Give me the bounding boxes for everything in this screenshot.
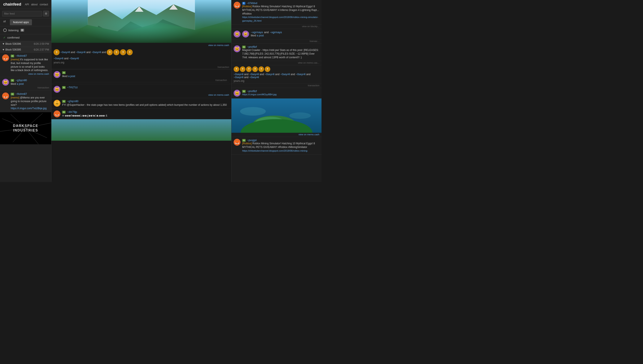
liked-a-post-center[interactable]: a post xyxy=(68,75,75,78)
search-input[interactable] xyxy=(2,11,42,16)
center-airvpn-text: m ◆◆◆9◆◆◆◆La◆◆g|◆◆'◆1◆,◆◆◆ & xyxy=(62,114,107,118)
view-memo-center-2[interactable]: view on memo.cash xyxy=(54,93,229,96)
pause-bar-2 xyxy=(23,29,23,31)
about-link[interactable]: about xyxy=(31,3,38,6)
user-0seyr4l-1[interactable]: ~0seyr4l xyxy=(60,51,70,54)
user-0seyr4l-right-3[interactable]: ~0seyr4l xyxy=(265,73,274,76)
user-link-pvujgsl[interactable]: ~pvujgsl xyxy=(247,139,256,142)
tab-featured-apps[interactable]: featured apps xyxy=(10,19,32,25)
search-settings-button[interactable]: ⚙ xyxy=(43,11,49,16)
user-link-g3qcn80-center[interactable]: ~7rh27zz xyxy=(67,86,78,89)
user-link-xgrmays-1[interactable]: ~xgrmays xyxy=(251,30,263,34)
center-garbled-text: FYI @SuperHacker - the stats page has tw… xyxy=(62,103,227,107)
avatar-q-1: ? xyxy=(54,49,60,55)
right-roblox-content: B ~07kfdvd [Roblox] Roblox Mining Simula… xyxy=(242,2,319,23)
view-memo-link-center[interactable]: view on memo.cash xyxy=(208,94,229,96)
user-0seyr4l-2[interactable]: ~0seyr4l xyxy=(76,51,86,54)
user-link-f4xhm87-center[interactable]: ~44r79jp xyxy=(67,110,77,114)
right-avatar-q-5: ? xyxy=(258,66,264,72)
roblox-link-1[interactable]: https://chloetuberchannel.blogspot.com/2… xyxy=(242,16,318,22)
user-0seyr4l-right-1[interactable]: ~0seyr4l xyxy=(234,73,243,76)
tab-all[interactable]: all xyxy=(0,18,9,26)
feed-item-2: 🐱 m ~g3qcn80 liked a post transaction xyxy=(0,77,51,91)
right-avatar-q-1: ? xyxy=(234,66,239,72)
contact-link[interactable]: contact xyxy=(40,3,48,6)
user-0seyr4l-5[interactable]: ~0seyr4l xyxy=(69,57,79,60)
right-meta-avatars: transaction xyxy=(231,84,322,88)
user-0seyr4l-4[interactable]: ~0seyr4l xyxy=(54,57,64,60)
imgur-link-1[interactable]: https://i.imgur.com/TxdJBqe.jpg xyxy=(11,107,47,110)
right-meta-ocean[interactable]: view on memo.cash xyxy=(231,133,322,137)
view-on-memocash-top[interactable]: view on memo.cash xyxy=(52,43,231,48)
block-536396-time: 6/26 2:59 PM xyxy=(34,42,49,46)
center-column: view on memo.cash ? ~0seyr4l and ~0seyr4… xyxy=(52,0,231,182)
api-link[interactable]: API xyxy=(25,3,29,6)
triangle-icon-2: ▼ xyxy=(2,48,5,51)
badge-m-right-2: m xyxy=(242,90,246,93)
avatar-f4xhm87-2: 🦊 xyxy=(2,92,9,99)
triangle-icon: ▼ xyxy=(2,42,5,46)
center-avatars-row: ? ~0seyr4l and ~0seyr4l and ~0seyr4l and… xyxy=(52,48,231,57)
badge-b-1: B xyxy=(242,2,245,5)
user-0seyr4l-3[interactable]: ~0seyr4l xyxy=(91,51,101,54)
feed-item-3: 🦊 m ~f4xhm87 [memo] @Memo are you ever g… xyxy=(0,91,51,112)
user-0seyr4l-right-4[interactable]: ~0seyr4l xyxy=(280,73,290,76)
confirmed-bar: ✓ confirmed xyxy=(0,34,51,41)
right-column: 🦊 B ~07kfdvd [Roblox] Roblox Mining Simu… xyxy=(231,0,322,182)
tag-roblox-2: [Roblox] xyxy=(242,142,252,145)
center-airvpn-body: m ◆◆◆9◆◆◆◆La◆◆g|◆◆'◆1◆,◆◆◆ & xyxy=(62,114,107,117)
center-avatars-detail: ~0seyr4l and ~0seyr4l xyxy=(52,57,231,61)
avatar-xgrmays-1: 🐱 xyxy=(234,30,240,38)
user-link-xgrmays-2[interactable]: ~xgrmays xyxy=(270,30,282,34)
view-memo-center-link[interactable]: view on memo.cash xyxy=(208,44,229,46)
view-memo-right-1[interactable]: view on memo.cash xyxy=(298,133,319,136)
right-avatars-detail: ~0seyr4l and ~0seyr4l and ~0seyr4l and ~… xyxy=(234,73,319,76)
user-link-pnxf8zf-1[interactable]: ~pnxf8zf xyxy=(247,46,257,48)
sidebar-header: chainfeed API about contact xyxy=(0,0,51,9)
view-memo-link-1[interactable]: view on memo.cash xyxy=(28,72,49,75)
liked-post-link-1[interactable]: a post xyxy=(17,82,24,86)
user-link-f4xhm87-1[interactable]: ~f4xhm87 xyxy=(16,54,27,58)
tag-memo-3: [memo] xyxy=(11,96,19,99)
username-f4xhm87-2: m ~f4xhm87 xyxy=(11,92,49,96)
feed-item-1: 🦊 m ~f4xhm87 [memo] It's supposed to loo… xyxy=(0,53,51,77)
liked-post-right[interactable]: a post xyxy=(257,34,264,37)
badge-m-center-4: m xyxy=(62,111,66,114)
avatar-g3qcn80-center: 🐱 xyxy=(54,86,61,93)
center-airvpn-top: 🦊 m ~44r79jp m ◆◆◆9◆◆◆◆La◆◆g|◆◆'◆1◆,◆◆◆ … xyxy=(54,110,229,118)
user-link-44r79jp[interactable]: ~g3qcn80 xyxy=(67,100,79,103)
right-avatars-section: ? ? ? ? ? ? ~0seyr4l and ~0seyr4l and ~0… xyxy=(231,65,322,84)
user-0seyr4l-right-2[interactable]: ~0seyr4l xyxy=(249,73,259,76)
user-0seyr4l-right-5[interactable]: ~0seyr4l xyxy=(296,73,306,76)
avatar-44r79jp: 😺 xyxy=(54,100,61,107)
user-link-f4xhm87-2[interactable]: ~f4xhm87 xyxy=(16,92,27,96)
ocean-svg xyxy=(231,98,322,133)
pause-button[interactable] xyxy=(20,29,24,32)
user-link-pnxf8zf-2[interactable]: ~pnxf8zf xyxy=(247,90,257,93)
username-44r79jp: m ~g3qcn80 xyxy=(62,100,227,103)
center-memo-content: m ~7rh27zz xyxy=(62,86,78,89)
user-0seyr4l-right-6[interactable]: ~0seyr4l xyxy=(234,76,243,79)
center-liked-item: 🐱 m liked a post transaction xyxy=(52,69,231,84)
center-avatars-section: ? ~0seyr4l and ~0seyr4l and ~0seyr4l and… xyxy=(52,48,231,69)
darkspace-preview: DARKSPACEINDUSTRIES xyxy=(0,112,51,144)
center-garbled-post: 😺 m ~g3qcn80 FYI @SuperHacker - the stat… xyxy=(52,98,231,109)
right-pvujgsl-content: m ~pvujgsl [Roblox] Roblox Mining Simula… xyxy=(242,139,319,152)
block-536396-header[interactable]: ▼ Block 536396 6/26 2:59 PM xyxy=(0,41,51,47)
user-0seyr4l-right-7[interactable]: ~0seyr4l xyxy=(249,76,259,79)
badge-m-center-1: m xyxy=(62,71,66,74)
right-liked-row: 🐱 🐱 ~xgrmays and ~xgrmays liked a post xyxy=(231,29,322,40)
imgur-link-right[interactable]: https://i.imgur.com/MOyy8BH.jpg xyxy=(242,93,276,96)
connector-1: ~0seyr4l and ~0seyr4l and ~0seyr4l and xyxy=(60,51,106,54)
username-f4xhm87-1: m ~f4xhm87 xyxy=(11,54,49,58)
yours-org-right: yours.org xyxy=(234,80,319,82)
block-536395-header[interactable]: ▼ Block 536395 6/26 2:57 PM xyxy=(0,47,51,53)
user-link-07kfdvd[interactable]: ~07kfdvd xyxy=(247,2,257,5)
feed-meta-1[interactable]: view on memo.cash xyxy=(11,72,49,75)
magnet-text-body: Magnet Crawler - https://xbit.pw/ Stats … xyxy=(242,48,319,59)
avatar-q-3: ? xyxy=(113,49,119,55)
roblox-link-2[interactable]: https://chloetuberchannel.blogspot.com/2… xyxy=(242,150,308,152)
svg-point-13 xyxy=(116,33,167,42)
avatar-xgrmays-2: 🐱 xyxy=(242,30,249,38)
user-link-g3qcn80-1[interactable]: ~g3qcn80 xyxy=(16,79,27,82)
